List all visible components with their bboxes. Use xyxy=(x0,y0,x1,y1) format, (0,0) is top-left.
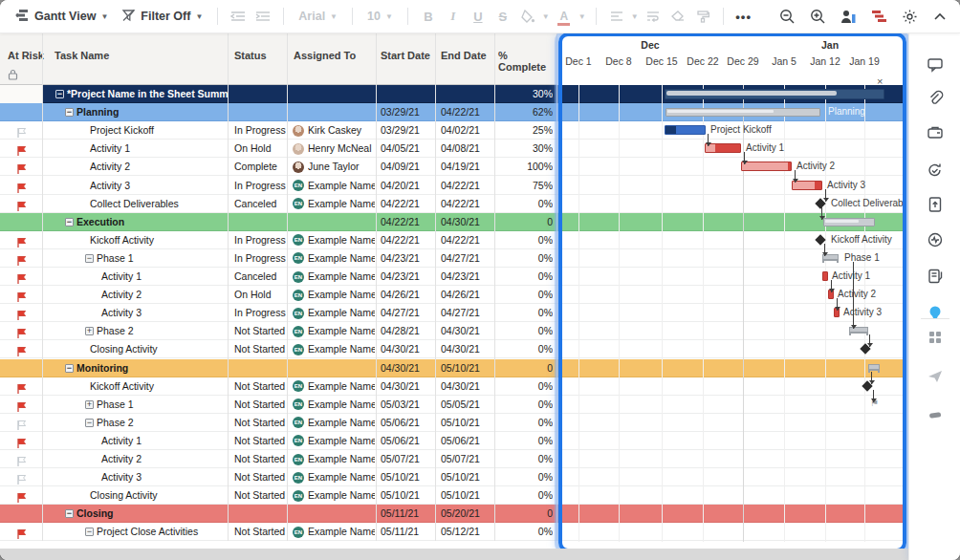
at-risk-flag-icon[interactable] xyxy=(16,235,28,247)
task-name-cell[interactable]: +Phase 1 xyxy=(42,396,228,414)
assigned-to-cell[interactable]: Example Name xyxy=(308,523,375,541)
expand-toggle[interactable]: − xyxy=(85,528,94,536)
more-options-button[interactable]: ••• xyxy=(733,6,754,27)
task-name-cell[interactable]: Activity 1 xyxy=(42,268,228,286)
percent-complete-cell[interactable]: 0% xyxy=(494,231,553,249)
end-date-cell[interactable]: 05/07/21 xyxy=(441,450,493,468)
percent-complete-cell[interactable]: 100% xyxy=(494,158,553,176)
at-risk-flag-icon[interactable] xyxy=(16,326,28,337)
task-name-cell[interactable]: Project Kickoff xyxy=(42,121,228,140)
end-date-cell[interactable]: 04/22/21 xyxy=(441,103,493,121)
expand-toggle[interactable]: − xyxy=(65,509,74,518)
task-name-cell[interactable]: Activity 1 xyxy=(42,432,228,450)
at-risk-flag-icon[interactable] xyxy=(16,199,28,210)
gantt-bar[interactable] xyxy=(823,218,875,226)
end-date-cell[interactable]: 04/22/21 xyxy=(441,231,493,249)
expand-toggle[interactable]: − xyxy=(65,364,74,373)
assigned-to-cell[interactable]: Example Name xyxy=(308,377,375,396)
indent-button[interactable] xyxy=(252,6,273,27)
status-cell[interactable]: Not Started xyxy=(234,468,288,486)
task-name-cell[interactable]: −Planning xyxy=(42,103,228,121)
task-name-cell[interactable]: Activity 3 xyxy=(42,468,228,486)
end-date-cell[interactable]: 04/23/21 xyxy=(441,268,493,286)
at-risk-flag-icon[interactable] xyxy=(16,181,28,192)
percent-complete-cell[interactable]: 0% xyxy=(494,286,553,304)
critical-path-button[interactable] xyxy=(868,6,889,27)
expand-toggle[interactable]: − xyxy=(55,90,64,98)
at-risk-flag-icon[interactable] xyxy=(16,436,28,447)
percent-complete-cell[interactable]: 0% xyxy=(494,486,553,505)
at-risk-flag-icon[interactable] xyxy=(16,490,28,502)
percent-complete-cell[interactable]: 0% xyxy=(494,432,553,450)
percent-complete-cell[interactable]: 75% xyxy=(494,177,553,195)
align-button[interactable] xyxy=(606,6,627,27)
end-date-cell[interactable]: 04/22/21 xyxy=(441,177,493,195)
status-cell[interactable]: In Progress xyxy=(234,121,288,140)
start-date-cell[interactable]: 05/03/21 xyxy=(381,396,433,414)
apps-grid-icon[interactable] xyxy=(925,327,946,348)
percent-complete-cell[interactable]: 0% xyxy=(494,195,553,213)
task-name-cell[interactable]: −*Project Name in the Sheet Summary* xyxy=(42,85,228,103)
fill-color-button[interactable] xyxy=(517,6,538,27)
end-date-cell[interactable]: 04/27/21 xyxy=(441,304,493,322)
start-date-cell[interactable] xyxy=(381,85,433,103)
status-cell[interactable] xyxy=(234,103,288,121)
font-size-selector[interactable]: 10 ▼ xyxy=(362,7,398,26)
assigned-to-cell[interactable]: June Taylor xyxy=(308,158,375,176)
start-date-cell[interactable]: 04/09/21 xyxy=(381,158,433,176)
column-header-end-date[interactable]: End Date xyxy=(441,50,487,61)
percent-complete-cell[interactable]: 0% xyxy=(494,450,553,468)
expand-toggle[interactable]: + xyxy=(85,400,94,409)
start-date-cell[interactable]: 04/28/21 xyxy=(381,322,433,340)
status-cell[interactable]: Not Started xyxy=(234,486,288,505)
assigned-to-cell[interactable]: Henry McNeal xyxy=(308,140,375,158)
start-date-cell[interactable]: 04/22/21 xyxy=(381,213,433,231)
assigned-to-cell[interactable]: Example Name xyxy=(308,304,375,322)
status-cell[interactable]: Complete xyxy=(234,158,288,176)
at-risk-flag-icon[interactable] xyxy=(16,162,28,173)
start-date-cell[interactable]: 05/10/21 xyxy=(381,468,433,486)
assigned-to-cell[interactable]: Example Name xyxy=(308,396,375,414)
publish-icon[interactable] xyxy=(925,194,946,215)
assigned-to-cell[interactable]: Example Name xyxy=(308,432,375,450)
attachment-icon[interactable] xyxy=(925,88,946,109)
column-header--complete[interactable]: % Complete xyxy=(498,50,556,73)
end-date-cell[interactable]: 05/10/21 xyxy=(441,359,493,377)
end-date-cell[interactable]: 04/22/21 xyxy=(441,195,493,213)
gantt-view-selector[interactable]: Gantt View ▼ xyxy=(10,6,113,28)
end-date-cell[interactable]: 05/05/21 xyxy=(441,396,493,414)
clear-format-button[interactable] xyxy=(667,6,688,27)
bold-button[interactable]: B xyxy=(418,6,439,27)
at-risk-flag-icon[interactable] xyxy=(16,308,28,319)
status-cell[interactable] xyxy=(234,213,288,231)
status-cell[interactable] xyxy=(234,359,288,377)
start-date-cell[interactable]: 04/27/21 xyxy=(381,304,433,322)
column-header-status[interactable]: Status xyxy=(234,50,267,61)
start-date-cell[interactable]: 05/10/21 xyxy=(381,486,433,505)
assigned-to-cell[interactable]: Example Name xyxy=(308,195,375,213)
start-date-cell[interactable]: 04/30/21 xyxy=(381,340,433,358)
status-cell[interactable]: Canceled xyxy=(234,268,288,286)
summary-icon[interactable] xyxy=(925,266,946,287)
expand-toggle[interactable]: − xyxy=(65,218,74,226)
start-date-cell[interactable]: 04/23/21 xyxy=(381,268,433,286)
end-date-cell[interactable]: 05/20/21 xyxy=(441,505,493,523)
gantt-bar[interactable] xyxy=(741,162,792,171)
expand-toggle[interactable]: + xyxy=(85,327,94,335)
task-name-cell[interactable]: Closing Activity xyxy=(42,340,228,358)
expand-toggle[interactable]: − xyxy=(85,254,94,263)
resource-view-button[interactable] xyxy=(838,6,859,27)
status-cell[interactable]: In Progress xyxy=(234,231,288,249)
percent-complete-cell[interactable]: 25% xyxy=(494,121,553,140)
expand-toggle[interactable]: − xyxy=(85,419,94,427)
end-date-cell[interactable]: 05/06/21 xyxy=(441,432,493,450)
task-name-cell[interactable]: +Phase 2 xyxy=(42,322,228,340)
column-header-task-name[interactable]: Task Name xyxy=(55,50,109,61)
overlay-close-button[interactable]: × xyxy=(877,76,883,86)
collapse-toolbar-button[interactable] xyxy=(929,6,950,27)
task-name-cell[interactable]: Activity 3 xyxy=(42,177,228,195)
task-name-cell[interactable]: Closing Activity xyxy=(42,486,228,505)
italic-button[interactable]: I xyxy=(443,6,464,27)
gantt-bar[interactable] xyxy=(665,125,706,135)
status-cell[interactable]: Canceled xyxy=(234,195,288,213)
